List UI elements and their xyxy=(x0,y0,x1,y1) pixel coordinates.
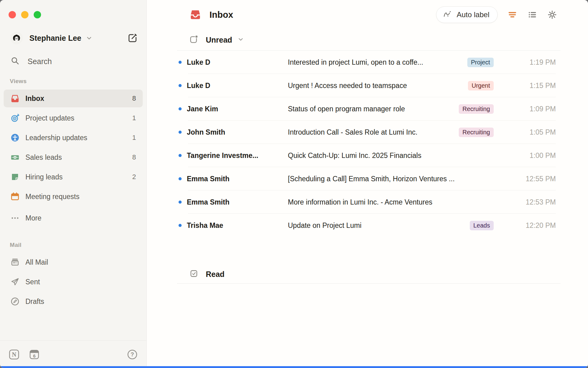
sidebar-item-label: All Mail xyxy=(25,258,48,266)
read-group-header[interactable]: Read xyxy=(147,265,588,284)
email-row[interactable]: Emma Smith[Scheduling a Call] Emma Smith… xyxy=(147,167,588,190)
close-button[interactable] xyxy=(9,11,16,18)
bottom-accent-bar xyxy=(0,366,588,368)
sidebar-item-label: Meeting requests xyxy=(25,193,79,201)
sidebar-item-label: Sent xyxy=(25,278,40,286)
email-sender: Trisha Mae xyxy=(187,221,288,230)
filter-icon[interactable] xyxy=(507,10,518,20)
unread-group-label: Unread xyxy=(206,36,232,44)
sidebar-item-hiring-leads[interactable]: Hiring leads2 xyxy=(4,168,143,186)
sidebar-item-label: Hiring leads xyxy=(25,173,62,181)
email-sender: Emma Smith xyxy=(187,175,288,183)
chevron-down-icon xyxy=(86,35,92,41)
unread-group-header[interactable]: Unread xyxy=(147,29,588,50)
sidebar-item-leadership-updates[interactable]: Leadership updates1 xyxy=(4,129,143,147)
email-time: 1:19 PM xyxy=(494,58,556,67)
email-subject: Quick Catch-Up: Lumi Inc. 2025 Financial… xyxy=(288,151,494,160)
sidebar-item-more[interactable]: More xyxy=(4,209,143,227)
email-time: 1:15 PM xyxy=(494,82,556,90)
email-time: 12:20 PM xyxy=(494,221,556,230)
notion-app-button[interactable]: N xyxy=(9,349,20,360)
email-sender: John Smith xyxy=(187,128,288,136)
account-switcher[interactable]: Stephanie Lee xyxy=(10,32,92,44)
minimize-button[interactable] xyxy=(21,11,28,18)
email-row[interactable]: Trisha MaeUpdate on Project LumiLeads12:… xyxy=(147,214,588,237)
auto-label-button[interactable]: Auto label xyxy=(436,6,498,23)
list-view-icon[interactable] xyxy=(527,10,537,20)
unread-dot xyxy=(179,154,182,157)
email-sender: Luke D xyxy=(187,82,288,90)
email-label-tag[interactable]: Leads xyxy=(470,221,494,230)
email-time: 12:53 PM xyxy=(494,198,556,206)
sidebar: Stephanie Lee Search xyxy=(0,0,147,368)
email-label-tag[interactable]: Project xyxy=(467,58,494,67)
email-label-tag[interactable]: Recruiting xyxy=(459,104,494,114)
sidebar-item-sales-leads[interactable]: Sales leads8 xyxy=(4,148,143,166)
sidebar-item-project-updates[interactable]: Project updates1 xyxy=(4,109,143,127)
unread-dot xyxy=(179,61,182,64)
email-subject: Status of open program manager role xyxy=(288,105,459,113)
mail-list: All MailSentDrafts xyxy=(0,253,146,310)
svg-text:?: ? xyxy=(131,351,134,358)
email-row[interactable]: Emma SmithMore information in Lumi Inc. … xyxy=(147,190,588,214)
email-label-tag[interactable]: Urgent xyxy=(468,81,494,90)
email-list: Luke DInterested in project Lumi, open t… xyxy=(147,51,588,237)
sidebar-item-label: Sales leads xyxy=(25,153,62,162)
page-title: Inbox xyxy=(209,10,233,20)
zoom-button[interactable] xyxy=(34,11,41,18)
email-subject: Introduction Call - Sales Role at Lumi I… xyxy=(288,128,459,136)
user-name: Stephanie Lee xyxy=(29,34,81,43)
unread-status-icon xyxy=(189,35,198,45)
money-icon xyxy=(10,153,20,162)
search-button[interactable]: Search xyxy=(0,54,146,69)
sidebar-item-sent[interactable]: Sent xyxy=(4,273,143,291)
app-window: Stephanie Lee Search xyxy=(0,0,588,368)
auto-label-text: Auto label xyxy=(457,10,489,19)
sidebar-item-meeting-requests[interactable]: Meeting requests xyxy=(4,188,143,205)
search-icon xyxy=(10,56,20,67)
unread-dot xyxy=(179,224,182,227)
help-button[interactable]: ? xyxy=(127,349,138,360)
email-row[interactable]: John SmithIntroduction Call - Sales Role… xyxy=(147,121,588,144)
sidebar-item-inbox[interactable]: Inbox8 xyxy=(4,90,143,107)
sidebar-item-label: Project updates xyxy=(25,114,74,122)
email-row[interactable]: Tangerine Investme...Quick Catch-Up: Lum… xyxy=(147,144,588,167)
unread-dot xyxy=(179,107,182,110)
sidebar-footer: N 6 ? xyxy=(0,340,146,368)
inbox-icon xyxy=(189,9,202,21)
window-controls xyxy=(0,0,146,18)
email-row[interactable]: Luke DUrgent ! Access needed to teamspac… xyxy=(147,74,588,97)
main-header: Inbox Auto label xyxy=(147,0,588,29)
send-icon xyxy=(10,277,20,286)
calendar-app-button[interactable]: 6 xyxy=(29,349,40,360)
calendar-icon xyxy=(10,192,20,201)
email-subject: Interested in project Lumi, open to a co… xyxy=(288,58,467,67)
sidebar-item-label: More xyxy=(25,214,41,222)
unread-dot xyxy=(179,177,182,180)
compose-button[interactable] xyxy=(126,32,139,44)
read-status-icon xyxy=(189,269,198,279)
email-sender: Luke D xyxy=(187,58,288,67)
email-row[interactable]: Jane KimStatus of open program manager r… xyxy=(147,97,588,121)
sidebar-item-all-mail[interactable]: All Mail xyxy=(4,253,143,271)
note-icon xyxy=(10,172,20,182)
ellipsis-icon xyxy=(10,213,20,223)
email-sender: Tangerine Investme... xyxy=(187,151,288,160)
magic-wand-icon xyxy=(443,10,452,20)
read-group-label: Read xyxy=(206,270,224,279)
settings-gear-icon[interactable] xyxy=(547,10,557,20)
main-panel: Inbox Auto label xyxy=(147,0,588,368)
unread-count: 1 xyxy=(132,134,136,142)
mail-section-label: Mail xyxy=(0,241,146,249)
sidebar-item-drafts[interactable]: Drafts xyxy=(4,293,143,310)
archive-icon xyxy=(10,258,20,267)
target-icon xyxy=(10,113,20,123)
email-sender: Jane Kim xyxy=(187,105,288,113)
sidebar-item-label: Drafts xyxy=(25,297,44,306)
avatar xyxy=(10,32,23,44)
email-row[interactable]: Luke DInterested in project Lumi, open t… xyxy=(147,51,588,74)
email-label-tag[interactable]: Recruiting xyxy=(459,128,494,137)
email-time: 1:09 PM xyxy=(494,105,556,113)
email-subject: [Scheduling a Call] Emma Smith, Horizon … xyxy=(288,175,494,183)
email-sender: Emma Smith xyxy=(187,198,288,206)
